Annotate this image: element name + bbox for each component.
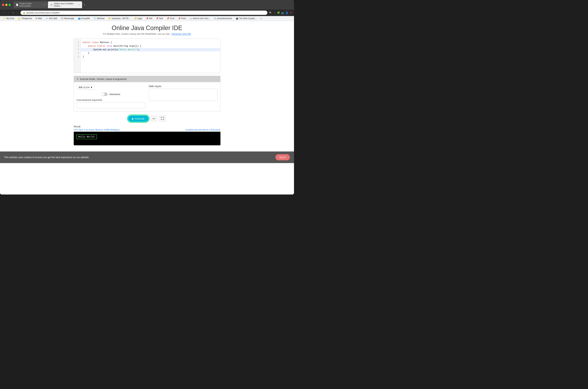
address-bar: ← → ↻ ⌂ 🔒 jdoodle.com/online-java-compil… (0, 10, 294, 16)
result-stats: CPU Time: 0.12 sec(s), Memory: 31880 kil… (74, 129, 220, 131)
bookmark-iresolution[interactable]: 🔍 iresolutioncenter (212, 17, 234, 20)
code-line-1: public class MyClass { (83, 41, 218, 44)
new-tab-button[interactable]: + (82, 1, 86, 8)
messenger-icon: 💬 (61, 17, 63, 20)
maximize-window-button[interactable] (8, 4, 11, 6)
bookmark-mydrive-label: My Drive (6, 17, 14, 20)
bookmark-groupme-label: GroupMe (81, 17, 90, 20)
feck-icon: 📌 (178, 17, 181, 20)
bookmark-howtouse[interactable]: 📖 How to Use Com... (188, 17, 211, 20)
bookmark-more[interactable]: » (259, 17, 263, 20)
fack-icon: 📌 (156, 17, 158, 20)
cmdline-input[interactable] (77, 102, 145, 108)
login-icon: 🔑 (134, 17, 137, 20)
tab-2-close[interactable]: ✕ (78, 4, 80, 6)
jdk-dropdown[interactable]: JDK 11.0.4 ▼ (77, 85, 94, 90)
close-icon-red[interactable]: ✕ (290, 11, 292, 14)
traffic-lights (2, 4, 11, 6)
bookmark-fock[interactable]: 📌 Fock (165, 17, 176, 20)
tab-1[interactable]: 📄 Project Editor - Instructables ✕ (13, 1, 48, 8)
url-text: jdoodle.com/online-java-compiler/ (27, 11, 265, 14)
result-time-text: compiled and executed in 0.816 sec(s) (185, 129, 220, 131)
browser-window: 📄 Project Editor - Instructables ✕ ☕ Onl… (0, 0, 294, 194)
bookmark-darkcrystal[interactable]: 🎬 The Dark Crystal:... (235, 17, 258, 20)
tab-1-close[interactable]: ✕ (44, 4, 45, 6)
jdk-value: JDK 11.0.4 (79, 86, 89, 89)
howtouse-icon: 📖 (190, 17, 192, 20)
cmdline-label: CommandLine Arguments (77, 99, 145, 101)
bookmark-darkcrystal-label: The Dark Crystal:... (239, 17, 257, 20)
code-line-3: System.out.println("Hello World!"); (81, 48, 220, 52)
reload-button[interactable]: ↻ (12, 11, 15, 15)
cast-button[interactable]: 📺 (281, 11, 284, 14)
profile-button[interactable]: 👤 (286, 11, 288, 14)
bookmark-mydrive[interactable]: 📁 My Drive (2, 17, 16, 20)
cookie-banner: This website uses cookies to ensure you … (0, 152, 294, 163)
result-cpu-text: CPU Time: 0.12 sec(s), Memory: 31880 kil… (74, 129, 120, 131)
home-button[interactable]: ⌂ (16, 11, 19, 15)
bookmark-fack-label: fack (159, 17, 163, 20)
bookmark-fack[interactable]: 📌 fack (155, 17, 164, 20)
forward-button[interactable]: → (7, 11, 11, 15)
bookmark-thingiverse[interactable]: 📐 Thingiverse (17, 17, 33, 20)
nav-buttons: ← → ↻ ⌂ (2, 11, 19, 15)
options-header[interactable]: ▼ Execute Mode, Version, Inputs & Argume… (74, 76, 220, 82)
cookie-accept-button[interactable]: Got it! (275, 154, 290, 160)
title-bar: 📄 Project Editor - Instructables ✕ ☕ Onl… (0, 0, 294, 10)
fullscreen-icon (161, 117, 164, 120)
result-label: Result (74, 125, 220, 128)
bookmark-iresolution-label: iresolutioncenter (217, 17, 232, 20)
options-panel: ▼ Execute Mode, Version, Inputs & Argume… (74, 76, 220, 111)
code-line-2: public static void main(String args[]) { (83, 44, 218, 48)
bookmark-aolmail[interactable]: 📧 AOL Mail (44, 17, 59, 20)
page-content: Online Java Compiler IDE For Multiple Fi… (0, 21, 294, 194)
minimize-window-button[interactable] (5, 4, 7, 6)
tab-2-title: Online Java Compiler - Online... (54, 2, 77, 7)
bookmark-netgear[interactable]: 🔧 NetGear (92, 17, 106, 20)
advanced-ide-link[interactable]: Advanced Java IDE (172, 32, 191, 35)
interactive-toggle-container: Interactive (77, 93, 145, 96)
line-num-4: 4 (75, 51, 79, 55)
bookmark-mail[interactable]: ✉ Mail (34, 17, 43, 20)
code-area[interactable]: public class MyClass { public static voi… (81, 39, 220, 73)
chevron-down-icon: ▼ (77, 78, 79, 80)
bookmark-groupme[interactable]: 👥 GroupMe (77, 17, 91, 20)
bookmark-repository-label: repository - WCTE... (112, 17, 130, 20)
back-button[interactable]: ← (2, 11, 6, 15)
execute-button-label: Execute (135, 117, 145, 120)
bookmark-star-button[interactable]: ☆ (273, 11, 276, 14)
extension-button[interactable]: 🧩 (277, 11, 280, 14)
fock-icon: 📌 (167, 17, 169, 20)
bookmark-fick[interactable]: 📌 fick (145, 17, 154, 20)
zoom-button[interactable]: 🔍 (269, 11, 272, 14)
bookmark-repository[interactable]: 📂 repository - WCTE... (107, 17, 132, 20)
options-header-text: Execute Mode, Version, Inputs & Argument… (80, 78, 127, 80)
page-subtitle: For Multiple Files, Custom Library and F… (74, 32, 220, 35)
execute-bar: ▶ Execute ••• (74, 114, 220, 123)
execute-button[interactable]: ▶ Execute (128, 115, 149, 122)
more-options-button[interactable]: ••• (150, 116, 157, 122)
mydrive-icon: 📁 (3, 17, 6, 20)
jdk-select: JDK 11.0.4 ▼ (77, 85, 145, 90)
url-bar[interactable]: 🔒 jdoodle.com/online-java-compiler/ (21, 11, 267, 15)
lock-icon: 🔒 (23, 12, 26, 14)
bookmark-feck[interactable]: 📌 Feck (177, 17, 187, 20)
interactive-toggle-switch[interactable] (102, 93, 108, 96)
close-window-button[interactable] (2, 4, 4, 6)
bookmark-netgear-label: NetGear (97, 17, 105, 20)
result-output: Hello World! (74, 132, 220, 145)
fick-icon: 📌 (146, 17, 148, 20)
stdin-input[interactable] (149, 89, 218, 101)
tab-1-icon: 📄 (16, 3, 18, 6)
netgear-icon: 🔧 (94, 17, 96, 20)
bookmark-login[interactable]: 🔑 Login (133, 17, 144, 20)
tab-1-title: Project Editor - Instructables (19, 2, 43, 7)
tab-2[interactable]: ☕ Online Java Compiler - Online... ✕ (48, 1, 82, 8)
cookie-text: This website uses cookies to ensure you … (4, 156, 89, 159)
options-body: JDK 11.0.4 ▼ Interactive CommandLine Arg… (74, 82, 220, 111)
stdin-label: Stdin Inputs (149, 85, 218, 88)
fullscreen-button[interactable] (159, 115, 166, 122)
bookmark-messenger[interactable]: 💬 Messenger (59, 17, 76, 20)
bookmark-mail-label: Mail (38, 17, 42, 20)
editor-area[interactable]: 1 2 3 4 5 public class MyClass { public … (74, 39, 220, 73)
